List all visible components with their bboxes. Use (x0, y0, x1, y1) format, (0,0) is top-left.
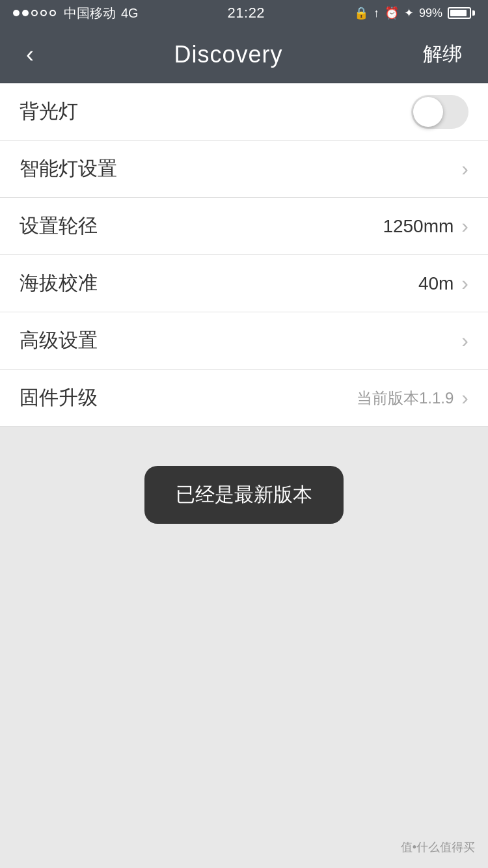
status-time: 21:22 (228, 5, 265, 21)
chevron-icon: › (461, 214, 468, 238)
settings-item-altitude[interactable]: 海拔校准 40m › (0, 255, 488, 312)
chevron-icon: › (461, 271, 468, 295)
settings-item-advanced[interactable]: 高级设置 › (0, 312, 488, 370)
firmware-version: 当前版本1.1.9 (357, 388, 454, 409)
altitude-label: 海拔校准 (20, 270, 98, 297)
firmware-right: 当前版本1.1.9 › (357, 386, 468, 410)
wheel-size-right: 1250mm › (383, 214, 468, 238)
signal-icon (13, 10, 56, 16)
wheel-size-value: 1250mm (383, 216, 454, 237)
toast-message: 已经是最新版本 (176, 483, 312, 505)
gray-area: 已经是最新版本 (0, 427, 488, 817)
location-icon: ↑ (373, 7, 379, 20)
nav-bar: ‹ Discovery 解绑 (0, 26, 488, 83)
lock-icon: 🔒 (354, 6, 368, 20)
alarm-icon: ⏰ (385, 6, 399, 20)
toast-notification: 已经是最新版本 (144, 466, 344, 524)
firmware-label: 固件升级 (20, 385, 98, 411)
settings-item-firmware[interactable]: 固件升级 当前版本1.1.9 › (0, 370, 488, 427)
toggle-knob (413, 97, 443, 127)
altitude-right: 40m › (418, 271, 468, 295)
backlight-right (411, 95, 468, 129)
wheel-size-label: 设置轮径 (20, 213, 98, 239)
chevron-icon: › (461, 329, 468, 353)
battery-percent: 99% (419, 7, 442, 20)
smart-light-right: › (461, 157, 468, 181)
altitude-value: 40m (418, 273, 454, 294)
back-button[interactable]: ‹ (20, 34, 40, 75)
chevron-icon: › (461, 157, 468, 181)
unbind-button[interactable]: 解绑 (416, 34, 468, 74)
battery-icon (448, 7, 475, 19)
watermark: 值•什么值得买 (401, 839, 475, 855)
advanced-right: › (461, 329, 468, 353)
nav-title: Discovery (174, 41, 282, 68)
backlight-toggle[interactable] (411, 95, 468, 129)
status-left: 中国移动 4G (13, 5, 139, 22)
settings-item-backlight[interactable]: 背光灯 (0, 83, 488, 141)
advanced-label: 高级设置 (20, 327, 98, 354)
settings-list: 背光灯 智能灯设置 › 设置轮径 1250mm › 海拔校准 40m › 高级设… (0, 83, 488, 427)
status-bar: 中国移动 4G 21:22 🔒 ↑ ⏰ ✦ 99% (0, 0, 488, 26)
settings-item-smart-light[interactable]: 智能灯设置 › (0, 141, 488, 198)
carrier-label: 中国移动 (64, 5, 116, 22)
smart-light-label: 智能灯设置 (20, 156, 117, 182)
settings-item-wheel-size[interactable]: 设置轮径 1250mm › (0, 198, 488, 255)
backlight-label: 背光灯 (20, 98, 78, 125)
status-right: 🔒 ↑ ⏰ ✦ 99% (354, 6, 475, 20)
network-label: 4G (121, 6, 139, 21)
chevron-icon: › (461, 386, 468, 410)
bluetooth-icon: ✦ (404, 6, 414, 20)
